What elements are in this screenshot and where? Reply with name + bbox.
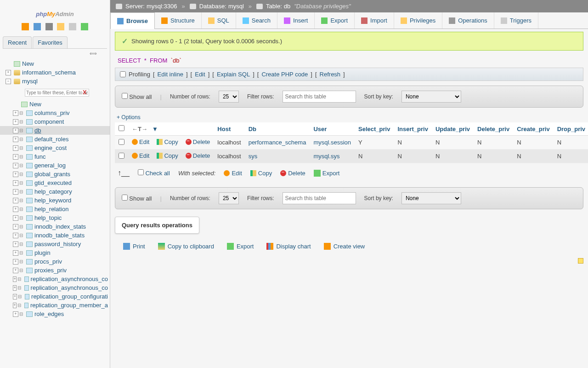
expand-icon[interactable]: + bbox=[13, 137, 18, 142]
col-select_priv[interactable]: Select_priv bbox=[355, 122, 394, 136]
settings-icon[interactable] bbox=[69, 23, 76, 30]
qop-view[interactable]: Create view bbox=[324, 243, 365, 250]
expand-icon[interactable]: + bbox=[13, 110, 18, 116]
bulk-copy[interactable]: Copy bbox=[250, 170, 272, 177]
tree-item-mysql[interactable]: −mysql bbox=[0, 77, 110, 86]
row-checkbox[interactable] bbox=[119, 139, 124, 145]
tab-privileges[interactable]: Privileges bbox=[394, 12, 442, 29]
tab-operations[interactable]: Operations bbox=[442, 12, 494, 29]
bc-table[interactable]: db bbox=[284, 3, 290, 10]
col-db[interactable]: Db bbox=[245, 122, 310, 136]
tree-item-help_category[interactable]: +⊟help_category bbox=[0, 187, 110, 196]
row-edit[interactable]: Edit bbox=[132, 138, 149, 145]
tree-item-general_log[interactable]: +⊟general_log bbox=[0, 161, 110, 170]
logout-icon[interactable] bbox=[34, 23, 41, 30]
expand-icon[interactable]: + bbox=[13, 285, 17, 291]
tree-item-component[interactable]: +⊟component bbox=[0, 117, 110, 126]
tree-item-role_edges[interactable]: +⊟role_edges bbox=[0, 310, 110, 318]
collapse-icon[interactable]: ⟺ bbox=[0, 49, 110, 58]
col-delete_priv[interactable]: Delete_priv bbox=[474, 122, 513, 136]
edit-link[interactable]: Edit bbox=[195, 71, 205, 78]
expand-icon[interactable]: + bbox=[13, 163, 18, 168]
tree-item-func[interactable]: +⊟func bbox=[0, 152, 110, 161]
tree-item-help_keyword[interactable]: +⊟help_keyword bbox=[0, 196, 110, 205]
tree-item-help_relation[interactable]: +⊟help_relation bbox=[0, 205, 110, 213]
tree-item-procs_priv[interactable]: +⊟procs_priv bbox=[0, 257, 110, 266]
qop-export[interactable]: Export bbox=[227, 243, 254, 250]
tree-item-proxies_priv[interactable]: +⊟proxies_priv bbox=[0, 266, 110, 275]
col-user[interactable]: User bbox=[310, 122, 355, 136]
bulk-export[interactable]: Export bbox=[314, 170, 340, 177]
bulk-edit[interactable]: Edit bbox=[224, 170, 242, 177]
col-insert_priv[interactable]: Insert_priv bbox=[394, 122, 431, 136]
expand-icon[interactable]: + bbox=[13, 128, 18, 133]
tab-favorites[interactable]: Favorites bbox=[33, 36, 67, 48]
tree-item-new[interactable]: New bbox=[0, 100, 110, 109]
expand-icon[interactable]: + bbox=[13, 172, 18, 177]
expand-icon[interactable]: + bbox=[13, 189, 18, 195]
row-copy[interactable]: Copy bbox=[157, 138, 178, 145]
row-checkbox[interactable] bbox=[119, 153, 124, 159]
tree-item-replication_asynchronous_co[interactable]: +⊟replication_asynchronous_co bbox=[0, 283, 110, 292]
profiling-checkbox[interactable] bbox=[120, 71, 126, 77]
tab-recent[interactable]: Recent bbox=[3, 36, 32, 48]
tab-browse[interactable]: Browse bbox=[110, 12, 155, 29]
check-all-checkbox[interactable] bbox=[138, 169, 144, 175]
expand-icon[interactable]: + bbox=[13, 224, 18, 230]
filter-input[interactable] bbox=[283, 91, 356, 103]
tree-item-replication_asynchronous_co[interactable]: +⊟replication_asynchronous_co bbox=[0, 275, 110, 283]
tree-item-new[interactable]: New bbox=[0, 59, 110, 68]
tree-item-global_grants[interactable]: +⊟global_grants bbox=[0, 170, 110, 178]
tree-filter-input[interactable] bbox=[25, 89, 89, 97]
qop-clipboard[interactable]: Copy to clipboard bbox=[158, 243, 214, 250]
tree-item-columns_priv[interactable]: +⊟columns_priv bbox=[0, 109, 110, 117]
col-host[interactable]: Host bbox=[214, 122, 244, 136]
tree-item-help_topic[interactable]: +⊟help_topic bbox=[0, 213, 110, 222]
tab-insert[interactable]: Insert bbox=[277, 12, 315, 29]
col-drop_priv[interactable]: Drop_priv bbox=[554, 122, 588, 136]
row-delete[interactable]: Delete bbox=[186, 152, 210, 159]
filter-input-2[interactable] bbox=[283, 192, 356, 204]
expand-icon[interactable]: + bbox=[13, 294, 17, 299]
show-all-checkbox[interactable] bbox=[122, 93, 128, 99]
docs-icon[interactable] bbox=[45, 23, 53, 30]
col-update_priv[interactable]: Update_priv bbox=[432, 122, 474, 136]
tree-item-engine_cost[interactable]: +⊟engine_cost bbox=[0, 144, 110, 152]
clear-filter-icon[interactable]: X bbox=[83, 89, 87, 96]
bookmark-icon[interactable] bbox=[578, 258, 583, 264]
tree-item-default_roles[interactable]: +⊟default_roles bbox=[0, 135, 110, 144]
tab-structure[interactable]: Structure bbox=[155, 12, 202, 29]
row-delete[interactable]: Delete bbox=[186, 138, 210, 145]
tree-item-replication_group_configurati[interactable]: +⊟replication_group_configurati bbox=[0, 292, 110, 301]
expand-icon[interactable]: + bbox=[13, 145, 18, 151]
expand-icon[interactable]: + bbox=[13, 233, 18, 238]
expand-icon[interactable]: + bbox=[13, 215, 18, 221]
expand-icon[interactable]: + bbox=[13, 242, 18, 247]
tree-item-db[interactable]: +⊟db bbox=[0, 126, 110, 135]
row-edit[interactable]: Edit bbox=[132, 152, 149, 159]
tree-item-innodb_index_stats[interactable]: +⊟innodb_index_stats bbox=[0, 222, 110, 231]
explain-link[interactable]: Explain SQL bbox=[217, 71, 250, 78]
expand-icon[interactable]: + bbox=[13, 198, 18, 203]
expand-icon[interactable]: + bbox=[13, 276, 17, 282]
refresh-link[interactable]: Refresh bbox=[320, 71, 341, 78]
tab-sql[interactable]: SQL bbox=[202, 12, 236, 29]
qop-print[interactable]: Print bbox=[123, 243, 145, 250]
col-create_priv[interactable]: Create_priv bbox=[513, 122, 554, 136]
home-icon[interactable] bbox=[22, 23, 29, 30]
expand-icon[interactable]: + bbox=[13, 303, 17, 308]
tree-item-information_schema[interactable]: +information_schema bbox=[0, 68, 110, 77]
tab-triggers[interactable]: Triggers bbox=[494, 12, 538, 29]
expand-icon[interactable]: + bbox=[13, 119, 18, 125]
expand-icon[interactable]: − bbox=[6, 79, 11, 84]
expand-icon[interactable]: + bbox=[13, 154, 18, 160]
qop-chart[interactable]: Display chart bbox=[266, 243, 311, 250]
expand-icon[interactable]: + bbox=[13, 311, 18, 317]
expand-icon[interactable]: + bbox=[13, 250, 18, 256]
create-php-link[interactable]: Create PHP code bbox=[261, 71, 308, 78]
tree-item-plugin[interactable]: +⊟plugin bbox=[0, 248, 110, 257]
rows-select[interactable]: 25 bbox=[219, 91, 239, 103]
logo[interactable]: phpMyAdmin bbox=[0, 0, 110, 21]
sort-select-2[interactable]: None bbox=[401, 192, 461, 204]
options-toggle[interactable]: + Options bbox=[115, 112, 583, 122]
